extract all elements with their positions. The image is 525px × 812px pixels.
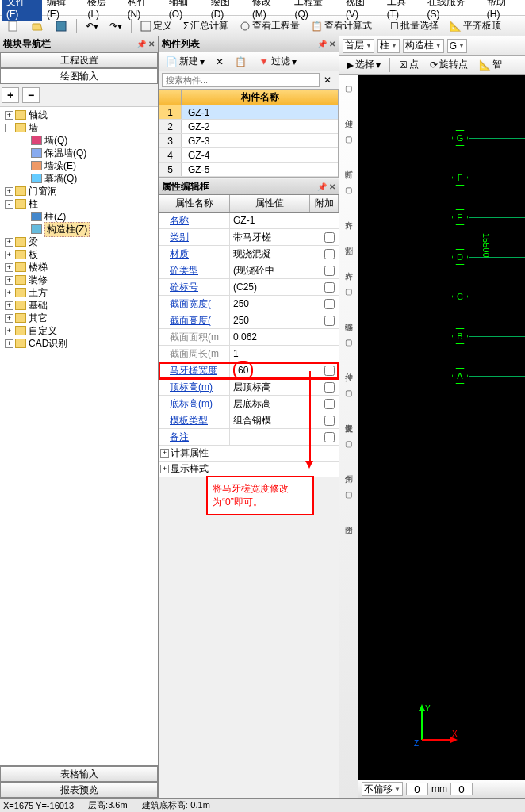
new-component-button[interactable]: 📄 新建 ▾ — [162, 52, 209, 71]
prop-name[interactable]: 备注 — [159, 429, 230, 445]
prop-value[interactable]: 现浇混凝 — [230, 246, 320, 262]
prop-value[interactable]: 250 — [230, 312, 320, 328]
prop-name[interactable]: 截面宽度( — [159, 296, 230, 312]
tree-node[interactable]: 构造柱(Z) — [2, 223, 156, 236]
prop-value[interactable]: 60 — [230, 361, 320, 380]
select-button[interactable]: ▶ 选择 ▾ — [343, 56, 385, 74]
prop-name[interactable]: 马牙槎宽度 — [159, 362, 230, 378]
prop-checkbox[interactable] — [324, 249, 335, 259]
copy-component-button[interactable]: 📋 — [231, 54, 251, 70]
tab-project-settings[interactable]: 工程设置 — [0, 52, 158, 68]
tree-toggle-icon[interactable]: + — [5, 276, 13, 285]
group-toggle-icon[interactable]: + — [160, 465, 169, 473]
property-row[interactable]: 顶标高(m)层顶标高 — [159, 379, 339, 396]
prop-name[interactable]: 类别 — [159, 229, 230, 245]
vtool-button[interactable]: ▢ — [341, 382, 357, 403]
prop-name[interactable]: 名称 — [159, 213, 230, 228]
vtool-button[interactable]: 倒角 — [341, 458, 357, 479]
prop-value[interactable]: 组合钢模 — [230, 412, 320, 428]
property-row[interactable]: 模板类型组合钢模 — [159, 412, 339, 429]
tab-table-input[interactable]: 表格输入 — [0, 766, 158, 782]
property-row[interactable]: 马牙槎宽度60 — [159, 362, 339, 379]
tree-toggle-icon[interactable]: + — [5, 251, 13, 259]
define-button[interactable]: 定义 — [136, 17, 176, 35]
table-row[interactable]: 5GZ-5 — [159, 163, 338, 177]
tree-remove-button[interactable]: − — [22, 87, 40, 103]
sub-combo[interactable]: 构造柱▼ — [403, 39, 444, 53]
prop-check[interactable] — [320, 248, 339, 259]
prop-group[interactable]: +计算属性 — [159, 446, 339, 462]
tree-node[interactable]: +其它 — [2, 312, 156, 324]
prop-checkbox[interactable] — [324, 316, 335, 326]
tree-node[interactable]: +板 — [2, 248, 156, 261]
tree-node[interactable]: +装修 — [2, 274, 156, 286]
save-button[interactable] — [51, 17, 71, 35]
viewformula-button[interactable]: 📋 查看计算式 — [307, 17, 376, 35]
prop-value[interactable]: 1 — [230, 346, 320, 362]
prop-check[interactable] — [320, 282, 339, 293]
prop-check[interactable] — [320, 365, 339, 376]
property-row[interactable]: 截面面积(m0.062 — [159, 329, 339, 346]
tree-toggle-icon[interactable]: + — [5, 301, 13, 310]
property-row[interactable]: 底标高(m)层底标高 — [159, 396, 339, 412]
vtool-button[interactable]: 对齐 — [341, 205, 357, 225]
vtool-button[interactable]: ▢ — [341, 281, 357, 301]
delete-component-button[interactable]: ✕ — [212, 54, 228, 70]
tree-toggle-icon[interactable]: + — [5, 314, 13, 323]
prop-value[interactable]: 250 — [230, 296, 320, 312]
table-row[interactable]: 3GZ-3 — [159, 134, 338, 148]
tree-node[interactable]: 幕墙(Q) — [2, 172, 156, 185]
prop-name[interactable]: 截面周长(m — [159, 346, 230, 362]
tree-node[interactable]: 保温墙(Q) — [2, 147, 156, 159]
prop-check[interactable] — [320, 415, 339, 426]
prop-name[interactable]: 截面面积(m — [159, 329, 230, 345]
prop-check[interactable] — [320, 315, 339, 326]
prop-value[interactable]: 带马牙槎 — [230, 229, 320, 245]
new-button[interactable] — [3, 17, 24, 35]
prop-check[interactable] — [320, 431, 339, 442]
prop-checkbox[interactable] — [324, 266, 335, 276]
tree-node[interactable]: +自定义 — [2, 324, 156, 337]
tree-node[interactable]: +基础 — [2, 299, 156, 312]
prop-name[interactable]: 顶标高(m) — [159, 379, 230, 395]
tree-node[interactable]: +梁 — [2, 236, 156, 248]
nav-tree[interactable]: +轴线-墙墙(Q)保温墙(Q)墙垛(E)幕墙(Q)+门窗洞-柱柱(Z)构造柱(Z… — [0, 107, 158, 765]
vtool-button[interactable]: 打断 — [341, 154, 357, 174]
tab-draw-input[interactable]: 绘图输入 — [0, 68, 158, 84]
tree-node[interactable]: +CAD识别 — [2, 337, 156, 350]
prop-checkbox[interactable] — [324, 232, 335, 243]
offset-y-input[interactable] — [450, 783, 473, 795]
tree-toggle-icon[interactable]: - — [5, 200, 13, 209]
table-row[interactable]: 2GZ-2 — [159, 120, 338, 134]
prop-name[interactable]: 底标高(m) — [159, 396, 230, 412]
vtool-button[interactable]: ▢ — [341, 128, 357, 149]
prop-value[interactable]: 层顶标高 — [230, 379, 320, 395]
tree-node[interactable]: 墙垛(E) — [2, 159, 156, 172]
table-row[interactable]: 1GZ-1 — [159, 105, 338, 120]
prop-checkbox[interactable] — [324, 382, 335, 393]
prop-checkbox[interactable] — [324, 282, 335, 293]
tree-toggle-icon[interactable]: + — [5, 339, 13, 348]
search-clear-button[interactable]: ✕ — [320, 72, 335, 88]
vtool-button[interactable]: ▢ — [341, 78, 357, 98]
redo-button[interactable]: ↷▾ — [105, 18, 126, 34]
pin-icon[interactable]: 📌 ✕ — [317, 182, 335, 191]
pin-icon[interactable]: 📌 ✕ — [317, 40, 335, 48]
prop-check[interactable] — [320, 298, 339, 309]
vtool-button[interactable]: ▢ — [341, 179, 357, 200]
prop-name[interactable]: 砼类型 — [159, 262, 230, 278]
tree-node[interactable]: +门窗洞 — [2, 185, 156, 197]
batch-button[interactable]: ☐ 批量选择 — [386, 17, 443, 35]
tree-toggle-icon[interactable]: + — [5, 263, 13, 272]
vtool-button[interactable]: 闭合 — [341, 509, 357, 530]
table-row[interactable]: 4GZ-4 — [159, 148, 338, 163]
property-row[interactable]: 备注 — [159, 429, 339, 446]
offset-combo[interactable]: 不偏移▼ — [362, 782, 403, 796]
vtool-button[interactable]: ▢ — [341, 484, 357, 504]
prop-value[interactable]: 层底标高 — [230, 396, 320, 412]
kind-combo[interactable]: 柱▼ — [377, 39, 400, 53]
prop-value[interactable]: (现浇砼中 — [230, 262, 320, 278]
tree-toggle-icon[interactable]: + — [5, 289, 13, 297]
tree-node[interactable]: -柱 — [2, 197, 156, 210]
vtool-button[interactable]: 对齐 — [341, 255, 357, 276]
